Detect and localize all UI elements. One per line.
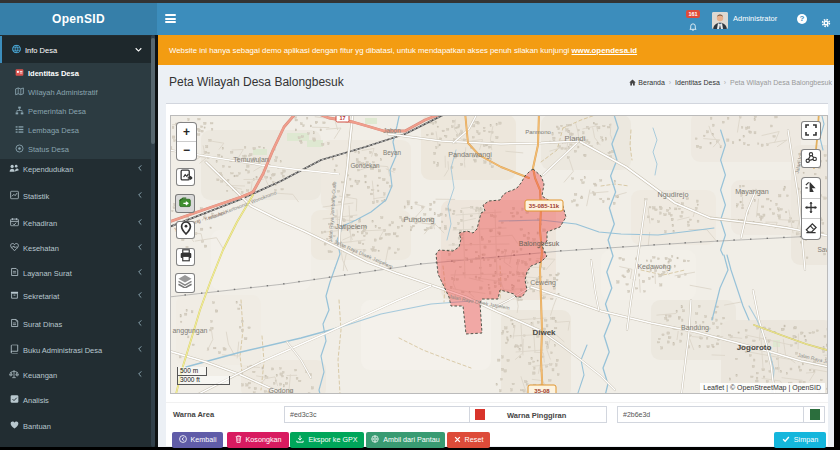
svg-text:Ceweng: Ceweng [530,279,556,287]
svg-text:Balongbesuk: Balongbesuk [519,240,560,248]
svg-text:35-08: 35-08 [534,388,550,393]
svg-text:Sav: Sav [817,246,827,253]
svg-text:Jogoroto: Jogoroto [737,343,772,352]
svg-text:Diwek: Diwek [532,328,556,337]
svg-text:Temuwulan: Temuwulan [233,156,269,163]
svg-text:Panmono: Panmono [525,129,551,135]
svg-text:Pandanwangi: Pandanwangi [448,150,492,159]
svg-text:Godong: Godong [269,387,294,393]
svg-text:Jabon: Jabon [383,127,401,134]
svg-text:anggungan: anggungan [172,327,207,335]
svg-text:Kedawong: Kedawong [637,263,670,271]
svg-text:Mayangan: Mayangan [735,187,769,196]
svg-text:Beyan: Beyan [383,149,401,157]
svg-text:Jatipelem: Jatipelem [335,222,367,231]
svg-text:Pundong: Pundong [403,215,434,224]
svg-text:Ngudirejo: Ngudirejo [658,190,689,199]
svg-text:35-085-11k: 35-085-11k [529,203,560,209]
svg-text:Bandung: Bandung [681,324,709,332]
svg-text:Plandi: Plandi [565,134,586,143]
svg-text:17: 17 [339,116,345,121]
svg-text:Gondekan: Gondekan [350,162,380,169]
